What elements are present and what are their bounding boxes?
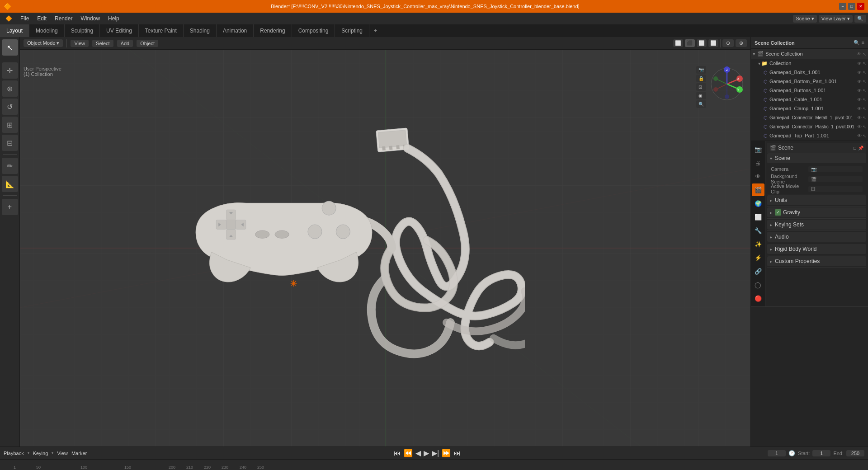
- select-menu[interactable]: Select: [92, 40, 113, 47]
- tab-layout[interactable]: Layout: [0, 24, 29, 37]
- item-clamp-select[interactable]: ↖: [863, 106, 866, 111]
- menu-edit[interactable]: Edit: [33, 14, 50, 23]
- item-bolts-eye[interactable]: 👁: [857, 70, 862, 75]
- outliner-options-icon[interactable]: ≡: [862, 40, 864, 46]
- tab-shading[interactable]: Shading: [184, 24, 217, 37]
- step-forward-button[interactable]: ▶|: [432, 449, 439, 457]
- tl-marker-menu[interactable]: Marker: [71, 451, 87, 456]
- background-scene-value[interactable]: 🎬: [808, 176, 863, 182]
- tab-rendering[interactable]: Rendering: [254, 24, 292, 37]
- next-keyframe-button[interactable]: ⏩: [442, 449, 451, 457]
- jump-start-button[interactable]: ⏮: [394, 449, 401, 457]
- collection-item[interactable]: ▾ 📁 Collection 👁 ↖: [751, 59, 868, 68]
- tool-cursor[interactable]: ✛: [2, 62, 18, 79]
- tab-modeling[interactable]: Modeling: [29, 24, 65, 37]
- outliner-item-bottom[interactable]: ⬡ Gamepad_Bottom_Part_1.001 👁 ↖: [751, 77, 868, 86]
- collection-select-icon[interactable]: ↖: [863, 61, 866, 66]
- viewport-shading-render[interactable]: ⬜: [708, 39, 718, 47]
- scene-select-icon[interactable]: ↖: [863, 52, 866, 56]
- current-frame-input[interactable]: 1: [768, 450, 786, 456]
- item-bottom-eye[interactable]: 👁: [857, 79, 862, 84]
- outliner-item-connector-plastic[interactable]: ⬡ Gamepad_Connector_Plastic_1_pivot.001 …: [751, 122, 868, 131]
- scene-section-header[interactable]: ▾ Scene: [767, 153, 866, 163]
- add-menu[interactable]: Add: [117, 40, 133, 47]
- jump-end-button[interactable]: ⏭: [453, 449, 461, 457]
- outliner-item-connector-metal[interactable]: ⬡ Gamepad_Connector_Metall_1_pivot.001 👁…: [751, 113, 868, 122]
- props-icon-output[interactable]: 🖨: [752, 156, 764, 169]
- viewport-shading-solid[interactable]: ⬛: [685, 39, 695, 47]
- search-button[interactable]: 🔍: [854, 15, 866, 23]
- outliner-filter-icon[interactable]: 🔍: [854, 40, 860, 46]
- view-menu[interactable]: View: [71, 40, 89, 47]
- props-pin-icon[interactable]: 📌: [858, 146, 863, 150]
- audio-section-header[interactable]: ▸ Audio: [767, 232, 866, 242]
- tab-compositing[interactable]: Compositing: [292, 24, 335, 37]
- active-movie-value[interactable]: 🎞: [808, 186, 863, 192]
- tool-annotate[interactable]: ✏: [2, 158, 18, 174]
- props-icon-modifier[interactable]: 🔧: [752, 224, 764, 237]
- tool-scale[interactable]: ⊞: [2, 117, 18, 133]
- props-icon-render[interactable]: 📷: [752, 143, 764, 155]
- item-cable-eye[interactable]: 👁: [857, 97, 862, 102]
- scene-dropdown[interactable]: Scene ▾: [793, 15, 816, 23]
- menu-file[interactable]: File: [17, 14, 33, 23]
- tab-texture-paint[interactable]: Texture Paint: [139, 24, 184, 37]
- item-bolts-select[interactable]: ↖: [863, 70, 866, 75]
- custom-props-section-header[interactable]: ▸ Custom Properties: [767, 256, 866, 266]
- rigid-body-section-header[interactable]: ▸ Rigid Body World: [767, 244, 866, 254]
- start-frame-input[interactable]: 1: [812, 450, 830, 456]
- item-buttons-eye[interactable]: 👁: [857, 88, 862, 93]
- gravity-section-header[interactable]: ▸ ✓ Gravity: [767, 207, 866, 217]
- collection-eye-icon[interactable]: 👁: [857, 61, 862, 66]
- scene-eye-icon[interactable]: 👁: [857, 52, 861, 56]
- add-workspace-button[interactable]: +: [369, 24, 382, 37]
- tl-view-menu[interactable]: View: [57, 451, 68, 456]
- prev-keyframe-button[interactable]: ⏪: [404, 449, 413, 457]
- item-cmetal-eye[interactable]: 👁: [857, 115, 862, 120]
- viewport-shading-wire[interactable]: ⬜: [673, 39, 683, 47]
- step-back-button[interactable]: ◀: [415, 449, 421, 457]
- tool-add[interactable]: +: [2, 199, 18, 215]
- tab-scripting[interactable]: Scripting: [335, 24, 369, 37]
- camera-value[interactable]: 📷: [808, 166, 863, 172]
- outliner-item-cable[interactable]: ⬡ Gamepad_Cable_1.001 👁 ↖: [751, 95, 868, 104]
- item-clamp-eye[interactable]: 👁: [857, 106, 862, 111]
- mode-select[interactable]: Object Mode ▾: [24, 39, 63, 47]
- view-layer-dropdown[interactable]: View Layer ▾: [819, 15, 853, 23]
- props-icon-data[interactable]: ◯: [752, 278, 764, 291]
- tab-uv-editing[interactable]: UV Editing: [100, 24, 139, 37]
- menu-window[interactable]: Window: [77, 14, 104, 23]
- item-cmetal-select[interactable]: ↖: [863, 115, 866, 120]
- lock-view-btn[interactable]: 🔒: [696, 75, 706, 82]
- menu-render[interactable]: Render: [51, 14, 76, 23]
- item-toppart-select[interactable]: ↖: [863, 133, 866, 138]
- outliner-item-clamp[interactable]: ⬡ Gamepad_Clamp_1.001 👁 ↖: [751, 104, 868, 113]
- overlays-toggle[interactable]: ⊙: [722, 39, 734, 47]
- outliner-item-buttons[interactable]: ⬡ Gamepad_Buttons_1.001 👁 ↖: [751, 86, 868, 95]
- local-view-btn[interactable]: ◉: [696, 92, 706, 99]
- play-button[interactable]: ▶: [424, 449, 429, 457]
- props-icon-world[interactable]: 🌍: [752, 197, 764, 210]
- object-menu[interactable]: Object: [137, 40, 158, 47]
- tool-move[interactable]: ⊕: [2, 80, 18, 97]
- item-cable-select[interactable]: ↖: [863, 97, 866, 102]
- item-cplastic-eye[interactable]: 👁: [857, 124, 862, 129]
- props-icon-view[interactable]: 👁: [752, 170, 764, 183]
- timeline-ruler[interactable]: 1 50 100 150 200 210 220 230 240 250 1: [0, 459, 868, 470]
- item-bottom-select[interactable]: ↖: [863, 79, 866, 84]
- zoom-btn[interactable]: 🔍: [696, 100, 706, 108]
- keying-sets-section-header[interactable]: ▸ Keying Sets: [767, 220, 866, 230]
- item-cplastic-select[interactable]: ↖: [863, 124, 866, 129]
- props-icon-constraints[interactable]: 🔗: [752, 265, 764, 277]
- props-icon-particles[interactable]: ✨: [752, 238, 764, 250]
- navigation-gizmo[interactable]: X Y Z: [709, 66, 745, 102]
- units-section-header[interactable]: ▸ Units: [767, 195, 866, 205]
- props-icon-object[interactable]: ⬜: [752, 211, 764, 223]
- props-icon-material[interactable]: 🔴: [752, 292, 764, 305]
- scene-collection-item[interactable]: ▾ 🎬 Scene Collection 👁 ↖: [751, 49, 868, 59]
- viewport-shading-material[interactable]: ⬜: [697, 39, 707, 47]
- tab-sculpting[interactable]: Sculpting: [65, 24, 100, 37]
- outliner-item-bolts[interactable]: ⬡ Gamepad_Bolts_1.001 👁 ↖: [751, 68, 868, 77]
- end-frame-input[interactable]: 250: [846, 450, 864, 456]
- tab-animation[interactable]: Animation: [217, 24, 254, 37]
